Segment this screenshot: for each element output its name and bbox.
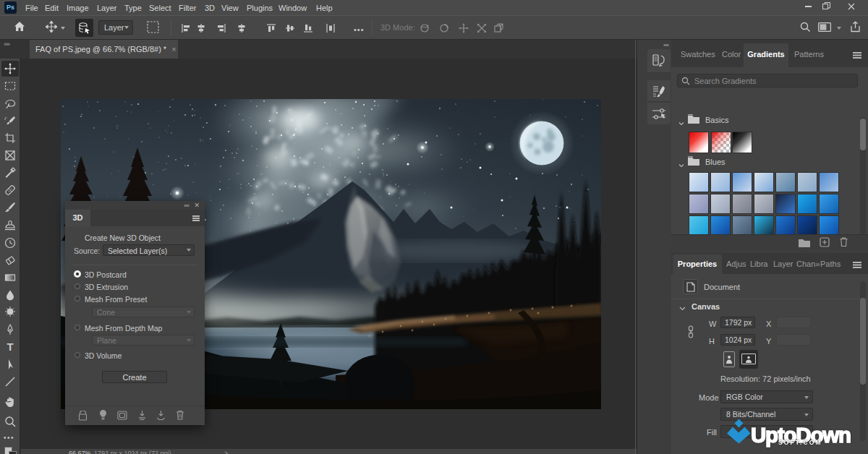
svg-text:SOFT.COM: SOFT.COM (778, 439, 822, 446)
svg-text:T: T (7, 340, 13, 353)
